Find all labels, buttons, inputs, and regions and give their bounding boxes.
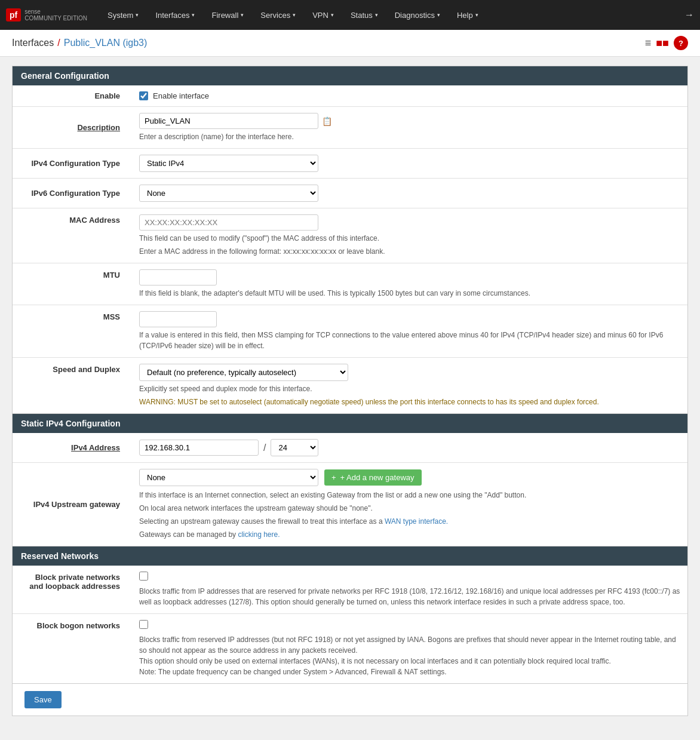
breadcrumb: Interfaces / Public_VLAN (igb3) ≡ ■■ ?	[0, 30, 700, 57]
gateway-row-group: None + + Add a new gateway	[139, 469, 680, 486]
plus-icon: +	[331, 473, 336, 482]
mss-label: MSS	[13, 305, 132, 358]
logout-button[interactable]: →	[684, 10, 694, 20]
block-private-checkbox[interactable]	[139, 572, 148, 581]
general-config-section: General Configuration Enable Enable inte…	[12, 66, 688, 414]
reserved-networks-table: Block private networksand loopback addre…	[13, 566, 687, 683]
cidr-select[interactable]: 1234 5678 9101112 13141516 17181920 2122…	[271, 439, 318, 456]
ipv4-address-label: IPv4 Address	[13, 433, 132, 463]
description-input[interactable]	[139, 113, 318, 129]
nav-item-status[interactable]: Status ▾	[342, 0, 386, 30]
chevron-down-icon: ▾	[437, 12, 440, 18]
ipv6-config-type-select[interactable]: None Static IPv6 DHCP6 SLAAC	[139, 185, 318, 202]
mss-input[interactable]	[139, 311, 217, 327]
gateway-help-4: Gateways can be managed by clicking here…	[139, 529, 680, 540]
wan-type-link[interactable]: WAN type interface.	[385, 517, 448, 526]
add-gateway-button[interactable]: + + Add a new gateway	[324, 469, 422, 486]
speed-duplex-row: Speed and Duplex Default (no preference,…	[13, 358, 687, 414]
ipv4-config-type-value: None Static IPv4 DHCP PPPoE PPTP L2TP	[132, 149, 687, 179]
description-row: Description 📋 Enter a description (name)…	[13, 107, 687, 149]
enable-checkbox-label: Enable interface	[153, 91, 209, 100]
ipv4-config-type-label: IPv4 Configuration Type	[13, 149, 132, 179]
nav-menu: System ▾ Interfaces ▾ Firewall ▾ Service…	[99, 0, 487, 30]
ipv6-config-type-label: IPv6 Configuration Type	[13, 179, 132, 208]
block-private-help: Blocks traffic from IP addresses that ar…	[139, 586, 680, 607]
main-content: General Configuration Enable Enable inte…	[0, 57, 700, 725]
save-area: Save	[12, 684, 688, 716]
breadcrumb-actions: ≡ ■■ ?	[645, 36, 688, 50]
mtu-input[interactable]	[139, 269, 217, 285]
description-input-group: 📋	[139, 113, 680, 129]
ipv4-address-input[interactable]	[139, 440, 259, 456]
nav-item-interfaces[interactable]: Interfaces ▾	[147, 0, 203, 30]
speed-duplex-value: Default (no preference, typically autose…	[132, 358, 687, 414]
reserved-networks-section: Reserved Networks Block private networks…	[12, 546, 688, 684]
nav-item-vpn[interactable]: VPN ▾	[304, 0, 342, 30]
ipv6-config-type-value: None Static IPv6 DHCP6 SLAAC	[132, 179, 687, 208]
block-bogon-checkbox[interactable]	[139, 620, 148, 629]
brand-subtitle: senseCOMMUNITY EDITION	[24, 8, 87, 22]
mac-address-input[interactable]	[139, 214, 318, 231]
ipv4-address-row: IPv4 Address / 1234 5678 9101112 1314151…	[13, 433, 687, 463]
chart-icon[interactable]: ■■	[656, 37, 669, 50]
ipv4-address-value: / 1234 5678 9101112 13141516 17181920 21…	[132, 433, 687, 463]
gateway-help-1: If this interface is an Internet connect…	[139, 490, 680, 501]
chevron-down-icon: ▾	[375, 12, 378, 18]
general-config-header: General Configuration	[13, 66, 687, 85]
gateway-help-3: Selecting an upstream gateway causes the…	[139, 516, 680, 527]
settings-icon[interactable]: ≡	[645, 37, 652, 50]
nav-item-services[interactable]: Services ▾	[252, 0, 304, 30]
speed-duplex-select[interactable]: Default (no preference, typically autose…	[139, 364, 348, 381]
reserved-networks-header: Reserved Networks	[13, 546, 687, 566]
block-bogon-value: Blocks traffic from reserved IP addresse…	[132, 614, 687, 684]
breadcrumb-parent[interactable]: Interfaces	[12, 38, 54, 48]
enable-checkbox-row: Enable interface	[139, 91, 680, 100]
block-bogon-help: Blocks traffic from reserved IP addresse…	[139, 634, 680, 677]
gateway-help-2: On local area network interfaces the ups…	[139, 503, 680, 514]
mac-address-row: MAC Address This field can be used to mo…	[13, 208, 687, 263]
chevron-down-icon: ▾	[331, 12, 334, 18]
block-private-label: Block private networksand loopback addre…	[13, 566, 132, 614]
navbar: pf senseCOMMUNITY EDITION System ▾ Inter…	[0, 0, 700, 30]
breadcrumb-current: Public_VLAN (igb3)	[64, 38, 148, 48]
breadcrumb-path: Interfaces / Public_VLAN (igb3)	[12, 38, 147, 48]
mtu-help: If this field is blank, the adapter's de…	[139, 288, 680, 299]
enable-row: Enable Enable interface	[13, 85, 687, 107]
clicking-here-link[interactable]: clicking here.	[238, 530, 280, 539]
description-label: Description	[13, 107, 132, 149]
static-ipv4-table: IPv4 Address / 1234 5678 9101112 1314151…	[13, 433, 687, 546]
ipv4-addr-group: / 1234 5678 9101112 13141516 17181920 21…	[139, 439, 680, 456]
speed-duplex-label: Speed and Duplex	[13, 358, 132, 414]
cidr-separator: /	[263, 443, 266, 453]
file-icon[interactable]: 📋	[322, 116, 332, 126]
mss-value: If a value is entered in this field, the…	[132, 305, 687, 358]
description-help: Enter a description (name) for the inter…	[139, 131, 680, 142]
nav-item-firewall[interactable]: Firewall ▾	[203, 0, 252, 30]
mss-row: MSS If a value is entered in this field,…	[13, 305, 687, 358]
mss-help: If a value is entered in this field, the…	[139, 330, 680, 351]
nav-item-diagnostics[interactable]: Diagnostics ▾	[386, 0, 449, 30]
brand-logo: pf senseCOMMUNITY EDITION	[6, 8, 87, 22]
enable-value: Enable interface	[132, 85, 687, 107]
gateway-select[interactable]: None	[139, 469, 318, 486]
ipv4-config-type-select[interactable]: None Static IPv4 DHCP PPPoE PPTP L2TP	[139, 155, 318, 172]
block-private-row: Block private networksand loopback addre…	[13, 566, 687, 614]
ipv4-config-type-row: IPv4 Configuration Type None Static IPv4…	[13, 149, 687, 179]
speed-help-1: Explicitly set speed and duplex mode for…	[139, 383, 680, 394]
logo-text: pf	[6, 8, 21, 22]
enable-checkbox[interactable]	[139, 91, 148, 100]
chevron-down-icon: ▾	[475, 12, 478, 18]
general-config-table: Enable Enable interface Description 📋	[13, 85, 687, 413]
help-icon[interactable]: ?	[674, 36, 688, 50]
nav-item-help[interactable]: Help ▾	[449, 0, 487, 30]
mac-address-value: This field can be used to modify ("spoof…	[132, 208, 687, 263]
block-bogon-label: Block bogon networks	[13, 614, 132, 684]
mac-help-1: This field can be used to modify ("spoof…	[139, 233, 680, 244]
description-value: 📋 Enter a description (name) for the int…	[132, 107, 687, 149]
nav-item-system[interactable]: System ▾	[99, 0, 147, 30]
breadcrumb-separator: /	[57, 38, 60, 48]
save-button[interactable]: Save	[24, 691, 62, 708]
chevron-down-icon: ▾	[241, 12, 244, 18]
mtu-row: MTU If this field is blank, the adapter'…	[13, 263, 687, 305]
enable-label: Enable	[13, 85, 132, 107]
